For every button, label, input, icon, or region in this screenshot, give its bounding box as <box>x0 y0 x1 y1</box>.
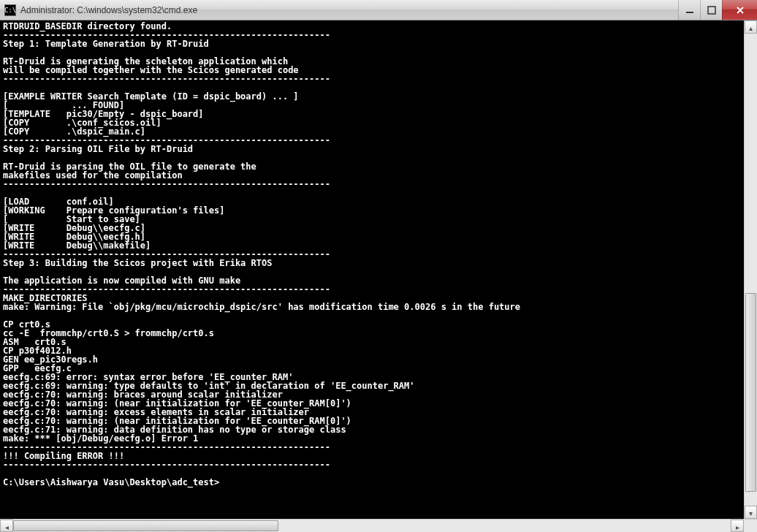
arrow-right-icon <box>736 520 739 533</box>
scroll-right-button[interactable] <box>731 520 744 532</box>
window-title: Administrator: C:\windows\system32\cmd.e… <box>20 5 678 15</box>
horizontal-scrollbar[interactable] <box>0 520 744 532</box>
minimize-icon <box>685 6 694 15</box>
vertical-scroll-thumb[interactable] <box>745 293 756 491</box>
console-output[interactable]: RTDRUID_BASEDIR directory found. -------… <box>0 20 744 519</box>
arrow-down-icon <box>749 506 753 519</box>
horizontal-scroll-track[interactable] <box>13 520 731 532</box>
scroll-down-button[interactable] <box>745 506 757 519</box>
scroll-up-button[interactable] <box>745 20 757 34</box>
close-icon <box>735 6 745 15</box>
maximize-button[interactable] <box>700 0 722 20</box>
console-area: RTDRUID_BASEDIR directory found. -------… <box>0 20 757 519</box>
vertical-scroll-track[interactable] <box>745 34 757 506</box>
arrow-up-icon <box>749 20 753 34</box>
window-titlebar[interactable]: C:\ Administrator: C:\windows\system32\c… <box>0 0 757 20</box>
scrollbar-corner <box>744 520 757 532</box>
vertical-scrollbar[interactable] <box>744 20 757 519</box>
window-controls <box>678 0 757 20</box>
cmd-icon: C:\ <box>4 4 16 16</box>
horizontal-scroll-thumb[interactable] <box>13 520 278 531</box>
arrow-left-icon <box>5 520 9 533</box>
minimize-button[interactable] <box>678 0 700 20</box>
maximize-icon <box>707 6 716 15</box>
svg-rect-1 <box>708 7 715 14</box>
svg-rect-0 <box>686 12 693 13</box>
close-button[interactable] <box>722 0 757 20</box>
horizontal-scrollbar-row <box>0 519 757 532</box>
scroll-left-button[interactable] <box>0 520 13 532</box>
